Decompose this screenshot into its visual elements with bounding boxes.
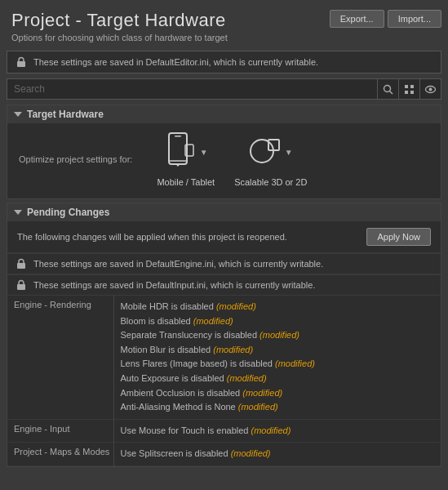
page-subtitle: Options for choosing which class of hard…	[11, 33, 437, 42]
mobile-tablet-option[interactable]: ▼ Mobile / Tablet	[157, 131, 215, 187]
modified-badge: (modified)	[231, 448, 271, 458]
header-buttons: Export... Import...	[330, 10, 441, 28]
change-line: Use Splitscreen is disabled (modified)	[121, 447, 435, 461]
svg-rect-16	[17, 263, 25, 269]
modified-badge: (modified)	[227, 373, 267, 383]
scalable-option[interactable]: ▼ Scalable 3D or 2D	[234, 131, 307, 187]
eye-icon	[424, 84, 437, 95]
target-hardware-title: Target Hardware	[27, 109, 104, 120]
lock-icon-engine	[16, 258, 27, 270]
pending-content: The following changes will be applied wh…	[7, 221, 441, 466]
change-line: Separate Translucency is disabled (modif…	[121, 328, 435, 343]
target-hardware-section: Target Hardware Optimize project setting…	[7, 105, 441, 199]
grid-icon	[404, 84, 415, 95]
pending-message: The following changes will be applied wh…	[17, 232, 287, 242]
modified-badge: (modified)	[251, 425, 291, 435]
search-input[interactable]	[7, 79, 377, 99]
change-line: Bloom is disabled (modified)	[121, 314, 435, 329]
scalable-icon	[249, 131, 282, 172]
change-items: Use Splitscreen is disabled (modified)	[113, 443, 441, 466]
target-hardware-content: Optimize project settings for:	[7, 123, 441, 198]
input-ini-banner: These settings are saved in DefaultInput…	[7, 274, 441, 296]
modified-badge: (modified)	[275, 359, 315, 368]
svg-rect-0	[17, 61, 25, 67]
search-icon-button[interactable]	[377, 78, 398, 100]
modified-badge: (modified)	[238, 402, 278, 412]
modified-badge: (modified)	[213, 345, 253, 354]
engine-ini-banner: These settings are saved in DefaultEngin…	[7, 253, 441, 274]
page-container: Project - Target Hardware Options for ch…	[0, 0, 448, 467]
apply-now-button[interactable]: Apply Now	[366, 228, 431, 246]
table-row: Project - Maps & ModesUse Splitscreen is…	[7, 443, 441, 466]
change-line: Auto Exposure is disabled (modified)	[121, 372, 435, 386]
pending-message-row: The following changes will be applied wh…	[7, 221, 441, 253]
change-line: Motion Blur is disabled (modified)	[121, 343, 435, 358]
search-icons	[377, 79, 441, 99]
mobile-dropdown-arrow[interactable]: ▼	[200, 148, 208, 157]
changes-table: Engine - RenderingMobile HDR is disabled…	[7, 296, 441, 466]
optimize-label: Optimize project settings for:	[19, 154, 140, 164]
global-info-banner: These settings are saved in DefaultEdito…	[7, 51, 441, 74]
global-info-text: These settings are saved in DefaultEdito…	[33, 57, 318, 67]
svg-line-2	[390, 91, 393, 94]
mobile-tablet-label: Mobile / Tablet	[157, 177, 215, 187]
scalable-dropdown-arrow[interactable]: ▼	[285, 148, 293, 157]
lock-icon-input	[16, 279, 27, 291]
change-category: Engine - Input	[7, 419, 113, 443]
table-row: Engine - InputUse Mouse for Touch is ena…	[7, 419, 441, 443]
modified-badge: (modified)	[193, 316, 233, 326]
svg-rect-4	[410, 85, 414, 88]
svg-point-8	[429, 87, 432, 91]
change-line: Mobile HDR is disabled (modified)	[121, 300, 435, 314]
search-bar	[7, 78, 441, 100]
svg-point-1	[384, 85, 391, 91]
engine-ini-text: These settings are saved in DefaultEngin…	[33, 259, 323, 269]
pending-collapse-icon	[14, 210, 22, 215]
modified-badge: (modified)	[259, 330, 299, 340]
collapse-icon	[14, 112, 22, 117]
phone-icon	[164, 131, 197, 172]
change-line: Use Mouse for Touch is enabled (modified…	[121, 424, 435, 439]
modified-badge: (modified)	[242, 388, 282, 398]
pending-changes-title: Pending Changes	[27, 207, 109, 218]
modified-badge: (modified)	[216, 301, 256, 311]
target-options: ▼ Mobile / Tablet	[157, 131, 307, 187]
svg-rect-17	[17, 284, 25, 290]
svg-rect-12	[175, 136, 181, 137]
change-category: Engine - Rendering	[7, 296, 113, 419]
change-category: Project - Maps & Modes	[7, 443, 113, 466]
scalable-label: Scalable 3D or 2D	[234, 177, 307, 187]
target-row: Optimize project settings for:	[19, 131, 429, 187]
pending-changes-header[interactable]: Pending Changes	[7, 203, 441, 221]
visibility-button[interactable]	[419, 78, 441, 100]
search-icon	[383, 84, 393, 95]
change-items: Mobile HDR is disabled (modified)Bloom i…	[113, 296, 441, 419]
change-line: Ambient Occlusion is disabled (modified)	[121, 386, 435, 401]
export-button[interactable]: Export...	[330, 10, 384, 28]
import-button[interactable]: Import...	[388, 10, 441, 28]
svg-rect-6	[410, 91, 414, 94]
pending-changes-section: Pending Changes The following changes wi…	[7, 203, 441, 467]
svg-point-11	[176, 164, 179, 167]
svg-rect-5	[405, 91, 408, 94]
grid-view-button[interactable]	[398, 78, 419, 100]
mobile-icon-area: ▼	[164, 131, 208, 172]
svg-rect-9	[169, 133, 187, 164]
change-line: Anti-Aliasing Method is None (modified)	[121, 400, 435, 415]
header-area: Project - Target Hardware Options for ch…	[0, 0, 448, 47]
scalable-icon-area: ▼	[249, 131, 293, 172]
input-ini-text: These settings are saved in DefaultInput…	[33, 280, 315, 290]
target-hardware-header[interactable]: Target Hardware	[7, 105, 441, 123]
change-line: Lens Flares (Image based) is disabled (m…	[121, 357, 435, 372]
change-items: Use Mouse for Touch is enabled (modified…	[113, 419, 441, 443]
svg-rect-3	[405, 85, 408, 88]
lock-icon	[16, 56, 27, 68]
table-row: Engine - RenderingMobile HDR is disabled…	[7, 296, 441, 419]
